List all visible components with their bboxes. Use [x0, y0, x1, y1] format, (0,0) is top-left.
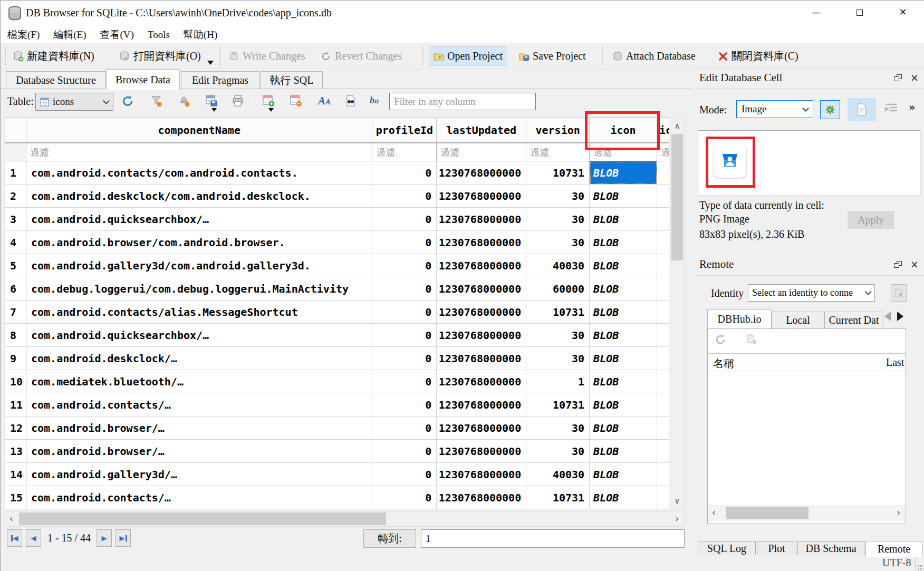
refresh-button[interactable]: [121, 94, 136, 109]
identity-selector[interactable]: Select an identity to conne: [748, 284, 875, 302]
last-page-button[interactable]: ▶: [116, 529, 131, 547]
row-number-header[interactable]: [5, 118, 26, 143]
cell-lastupdated[interactable]: 1230768000000: [437, 301, 526, 324]
minimize-button[interactable]: —: [800, 1, 833, 24]
row-number[interactable]: 1: [5, 161, 26, 185]
column-header-profileId[interactable]: profileId: [372, 118, 437, 143]
scroll-up-icon[interactable]: ∧: [670, 121, 684, 131]
cell-version[interactable]: 30: [526, 231, 590, 254]
cell-componentname[interactable]: com.android.gallery3d/com.android.galler…: [26, 254, 372, 277]
row-number[interactable]: 4: [5, 231, 26, 254]
close-panel-icon[interactable]: ×: [910, 260, 919, 268]
filter-cell-icon[interactable]: 過濾: [590, 143, 657, 161]
cell-profileid[interactable]: 0: [372, 463, 437, 486]
last-modified-column-header[interactable]: Last m: [882, 356, 906, 369]
cell-icon-blob[interactable]: BLOB: [590, 301, 657, 324]
grid-vertical-scrollbar[interactable]: ∧ ∨: [670, 118, 685, 509]
remote-tab-dbhubio[interactable]: DBHub.io: [707, 309, 772, 328]
insert-record-button[interactable]: [262, 94, 277, 109]
print-button[interactable]: [232, 94, 246, 109]
cell-lastupdated[interactable]: 1230768000000: [437, 440, 526, 463]
float-panel-icon[interactable]: [894, 74, 902, 81]
remote-tab-currentdat[interactable]: Current Dat: [824, 312, 883, 328]
clear-filters-button[interactable]: [150, 94, 165, 109]
cell-profileid[interactable]: 0: [372, 347, 437, 370]
column-header-icon[interactable]: icon: [590, 118, 657, 143]
cell-version[interactable]: 30: [526, 208, 590, 231]
tab-scroll-left-icon[interactable]: [884, 312, 891, 321]
cell-profileid[interactable]: 0: [372, 185, 437, 208]
previous-page-button[interactable]: ◀: [26, 529, 41, 547]
cell-componentname[interactable]: com.android.browser/…: [26, 440, 372, 463]
save-filter-button[interactable]: [178, 94, 192, 109]
open-project-button[interactable]: Open Project: [429, 46, 507, 66]
scroll-left-icon[interactable]: ‹: [712, 506, 716, 519]
next-page-button[interactable]: ▶: [97, 529, 112, 547]
cell-icon-blob[interactable]: BLOB: [590, 254, 657, 277]
cell-version[interactable]: 30: [526, 417, 590, 440]
tab-scroll-right-icon[interactable]: [897, 312, 903, 321]
remote-hscroll-thumb[interactable]: [726, 507, 808, 519]
cell-componentname[interactable]: com.android.quicksearchbox/…: [26, 324, 372, 347]
word-wrap-button[interactable]: [884, 102, 899, 116]
cell-profileid[interactable]: 0: [372, 393, 437, 417]
revert-changes-button[interactable]: Revert Changes: [317, 46, 406, 66]
cell-icon-blob[interactable]: BLOB: [590, 417, 657, 440]
column-header-componentName[interactable]: componentName: [26, 118, 372, 143]
cell-icon-blob[interactable]: BLOB: [590, 486, 657, 509]
save-project-button[interactable]: Save Project: [515, 46, 590, 66]
cell-lastupdated[interactable]: 1230768000000: [437, 231, 526, 254]
cell-version[interactable]: 40030: [526, 254, 590, 277]
cell-icon-blob[interactable]: BLOB: [590, 161, 657, 185]
remote-horizontal-scrollbar[interactable]: ‹ ›: [708, 505, 905, 521]
goto-button[interactable]: 轉到:: [363, 529, 416, 548]
column-header-ic[interactable]: ic: [657, 118, 669, 143]
close-panel-icon[interactable]: ×: [910, 74, 919, 81]
cell-version[interactable]: 30: [526, 440, 590, 463]
row-number[interactable]: 11: [5, 393, 26, 417]
import-export-button[interactable]: [820, 100, 840, 119]
cell-profileid[interactable]: 0: [372, 161, 437, 185]
cell-icon-blob[interactable]: BLOB: [590, 347, 657, 370]
scroll-right-icon[interactable]: ›: [675, 512, 679, 525]
filter-cell-ic[interactable]: 過濾: [657, 143, 669, 161]
row-number[interactable]: 13: [5, 440, 26, 463]
menu-item-v[interactable]: 查看(V): [93, 27, 141, 43]
filter-any-column-input[interactable]: [389, 93, 536, 110]
cell-version[interactable]: 10731: [526, 301, 590, 324]
panel-overflow-button[interactable]: »: [909, 101, 915, 113]
cell-componentname[interactable]: com.android.quicksearchbox/…: [26, 208, 372, 231]
cell-profileid[interactable]: 0: [372, 440, 437, 463]
cell-lastupdated[interactable]: 1230768000000: [437, 254, 526, 277]
remote-tab-local[interactable]: Local: [772, 312, 824, 328]
cell-version[interactable]: 30: [526, 347, 590, 370]
attach-database-button[interactable]: Attach Database: [608, 46, 700, 66]
close-button[interactable]: ✕: [887, 1, 919, 24]
cell-icon-blob[interactable]: BLOB: [590, 324, 657, 347]
filter-cell-version[interactable]: 過濾: [526, 143, 590, 161]
menu-item-tools[interactable]: Tools: [141, 27, 177, 43]
tab-browse-data[interactable]: Browse Data: [106, 69, 180, 90]
first-page-button[interactable]: ◀: [7, 529, 22, 547]
cell-lastupdated[interactable]: 1230768000000: [437, 324, 526, 347]
save-results-button[interactable]: [205, 94, 220, 109]
tab-edit-pragmas[interactable]: Edit Pragmas: [181, 71, 259, 89]
cell-lastupdated[interactable]: 1230768000000: [437, 486, 526, 509]
close-database-button[interactable]: 關閉資料庫(C): [714, 46, 803, 66]
cell-lastupdated[interactable]: 1230768000000: [437, 393, 526, 417]
row-number[interactable]: 7: [5, 301, 26, 324]
cell-lastupdated[interactable]: 1230768000000: [437, 417, 526, 440]
grid-vscroll-thumb[interactable]: [671, 134, 683, 260]
push-database-button[interactable]: [891, 284, 907, 302]
open-database-dropdown-arrow[interactable]: [207, 61, 214, 65]
cell-profileid[interactable]: 0: [372, 417, 437, 440]
insert-record-dropdown-arrow[interactable]: [268, 108, 274, 112]
cell-icon-blob[interactable]: BLOB: [590, 231, 657, 254]
scroll-left-icon[interactable]: ‹: [9, 512, 13, 525]
maximize-button[interactable]: [843, 1, 876, 24]
open-database-button[interactable]: 打開資料庫(O): [116, 46, 205, 66]
cell-lastupdated[interactable]: 1230768000000: [437, 161, 526, 185]
new-database-button[interactable]: 新建資料庫(N): [9, 46, 99, 66]
cell-icon-blob[interactable]: BLOB: [590, 440, 657, 463]
cell-lastupdated[interactable]: 1230768000000: [437, 463, 526, 486]
